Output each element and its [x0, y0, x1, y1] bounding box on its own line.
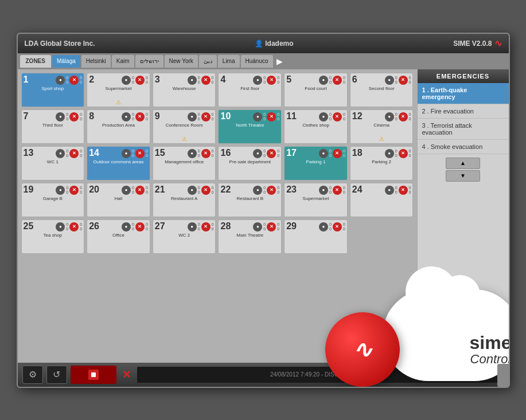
zone-x-btn[interactable]: ✕	[333, 112, 342, 121]
zone-x-btn[interactable]: ✕	[135, 222, 145, 231]
zone-cell-11[interactable]: 11 ● 0 0 ✕ 0 0 Clothes shop	[284, 109, 348, 144]
zone-x-btn[interactable]: ✕	[135, 186, 145, 195]
tab-malaga[interactable]: Málaga	[52, 55, 80, 68]
zone-x-btn[interactable]: ✕	[201, 112, 211, 121]
zone-eye-btn[interactable]: ●	[122, 149, 131, 158]
zone-x-btn[interactable]: ✕	[399, 112, 408, 121]
zone-cell-28[interactable]: 28 ● 0 0 ✕ 0 0 Main Theatre	[218, 219, 282, 254]
zone-cell-5[interactable]: 5 ● 0 0 ✕ 0 0 Food court	[284, 73, 348, 107]
zone-eye-btn[interactable]: ●	[319, 222, 328, 231]
zone-cell-4[interactable]: 4 ● 0 0 ✕ 0 0 First floor	[218, 73, 282, 107]
zone-x-btn[interactable]: ✕	[69, 112, 79, 121]
zone-eye-btn[interactable]: ●	[385, 112, 394, 121]
zone-eye-btn[interactable]: ●	[56, 149, 65, 158]
zone-x-btn[interactable]: ✕	[135, 149, 145, 158]
zone-eye-btn[interactable]: ●	[188, 222, 197, 231]
zone-eye-btn[interactable]: ●	[253, 186, 262, 195]
tabs-next-arrow[interactable]: ▶	[276, 57, 283, 66]
zone-x-btn[interactable]: ✕	[69, 186, 79, 195]
zone-eye-btn[interactable]: ●	[253, 149, 262, 158]
zone-x-btn[interactable]: ✕	[399, 76, 408, 85]
zone-eye-btn[interactable]: ●	[56, 186, 65, 195]
zone-x-btn[interactable]: ✕	[333, 76, 342, 85]
zone-cell-1[interactable]: 1 ● 0 0 ✕ 0 0 Sport shop	[21, 73, 85, 107]
zone-cell-24[interactable]: 24 ● 0 0 ✕ 0 0	[350, 183, 414, 217]
emergency-item-4[interactable]: 4 . Smoke evacuation	[418, 140, 509, 154]
refresh-button[interactable]: ↺	[46, 366, 67, 384]
zone-cell-18[interactable]: 18 ● 0 0 ✕ 0 0 Parking 2	[350, 146, 414, 180]
zone-eye-btn[interactable]: ●	[188, 112, 197, 121]
emergency-item-3[interactable]: 3 . Terrorist attackevacuation	[418, 119, 509, 140]
zone-x-btn[interactable]: ✕	[69, 149, 79, 158]
zone-x-btn[interactable]: ✕	[201, 76, 211, 85]
tab-helsinki[interactable]: Helsinki	[81, 55, 111, 68]
tab-lima[interactable]: Lima	[218, 55, 240, 68]
zone-cell-7[interactable]: 7 ● 0 0 ✕ 0 0 Third floor	[21, 109, 85, 144]
zone-eye-btn[interactable]: ●	[319, 76, 328, 85]
zone-x-btn[interactable]: ✕	[201, 222, 211, 231]
zone-eye-btn[interactable]: ●	[253, 76, 262, 85]
zone-eye-btn[interactable]: ●	[188, 149, 197, 158]
zone-cell-21[interactable]: 21 ● 0 0 ✕ 0 0 Restaurant A	[153, 183, 216, 217]
zone-eye-btn[interactable]: ●	[253, 112, 262, 121]
zone-x-btn[interactable]: ✕	[69, 76, 79, 85]
zone-x-btn[interactable]: ✕	[399, 149, 408, 158]
zone-eye-btn[interactable]: ●	[253, 222, 262, 231]
zone-eye-btn[interactable]: ●	[385, 76, 394, 85]
zone-cell-10[interactable]: 10 ● 0 0 ✕ 0 0 North Theatre	[218, 109, 282, 144]
zone-eye-btn[interactable]: ●	[122, 186, 131, 195]
zone-cell-25[interactable]: 25 ● 0 0 ✕ 0 0 Tea shop	[21, 219, 85, 254]
zone-x-btn[interactable]: ✕	[135, 76, 145, 85]
zone-x-btn[interactable]: ✕	[201, 186, 211, 195]
zone-x-btn[interactable]: ✕	[267, 186, 276, 195]
zone-cell-8[interactable]: 8 ● 0 0 ✕ 0 0 Production Area	[87, 109, 150, 144]
zone-x-btn[interactable]: ✕	[267, 76, 276, 85]
zone-eye-btn[interactable]: ●	[122, 222, 131, 231]
zone-eye-btn[interactable]: ●	[56, 222, 65, 231]
zone-eye-btn[interactable]: ●	[122, 112, 131, 121]
zone-cell-2[interactable]: 2 ● 0 0 ✕ 0 0 Supermarket ⚠	[87, 73, 150, 107]
zone-eye-btn[interactable]: ●	[188, 186, 197, 195]
zone-eye-btn[interactable]: ●	[385, 149, 394, 158]
zone-cell-16[interactable]: 16 ● 0 0 ✕ 0 0 Pre-sale department	[218, 146, 282, 180]
zone-cell-22[interactable]: 22 ● 0 0 ✕ 0 0 Restaurant B	[218, 183, 282, 217]
zone-x-btn[interactable]: ✕	[333, 186, 342, 195]
zone-eye-btn[interactable]: ●	[56, 112, 65, 121]
zone-cell-13[interactable]: 13 ● 0 0 ✕ 0 0 WC 1	[21, 146, 85, 180]
zone-cell-29[interactable]: 29 ● 0 0 ✕ 0 0	[284, 219, 348, 254]
zone-cell-20[interactable]: 20 ● 0 0 ✕ 0 0 Hall	[87, 183, 150, 217]
zone-eye-btn[interactable]: ●	[122, 76, 131, 85]
zone-eye-btn[interactable]: ●	[56, 76, 65, 85]
zone-cell-9[interactable]: 9 ● 0 0 ✕ 0 0 Conference Room ⚠	[153, 109, 216, 144]
zone-x-btn[interactable]: ✕	[267, 112, 276, 121]
zone-x-btn[interactable]: ✕	[333, 222, 342, 231]
zone-cell-12[interactable]: 12 ● 0 0 ✕ 0 0 Cinema ⚠	[350, 109, 414, 144]
zone-x-btn[interactable]: ✕	[267, 222, 276, 231]
tab-newyork[interactable]: New York	[165, 55, 198, 68]
zone-cell-23[interactable]: 23 ● 0 0 ✕ 0 0 Supermarket	[284, 183, 348, 217]
zone-eye-btn[interactable]: ●	[319, 149, 328, 158]
cancel-button[interactable]: ✕	[120, 368, 134, 382]
zone-cell-6[interactable]: 6 ● 0 0 ✕ 0 0 Second floor	[350, 73, 414, 107]
settings-button[interactable]: ⚙	[22, 366, 43, 384]
tab-huanuco[interactable]: Huánuco	[241, 55, 273, 68]
zone-cell-3[interactable]: 3 ● 0 0 ✕ 0 0 Warehouse	[153, 73, 216, 107]
zone-eye-btn[interactable]: ●	[385, 186, 394, 195]
tab-kaim[interactable]: Kaim	[112, 55, 134, 68]
emergency-item-1[interactable]: 1 . Earth-quakeemergency	[418, 83, 509, 104]
zone-x-btn[interactable]: ✕	[399, 186, 408, 195]
tab-dubai[interactable]: دبئ	[199, 55, 217, 68]
zone-cell-15[interactable]: 15 ● 0 0 ✕ 0 0 Management office	[153, 146, 216, 180]
zone-eye-btn[interactable]: ●	[188, 76, 197, 85]
zone-cell-14[interactable]: 14 ● 0 0 ✕ 0 0 Outdoor commons areas	[87, 146, 150, 180]
nav-down-arrow[interactable]: ▼	[446, 170, 480, 182]
zone-cell-27[interactable]: 27 ● 0 0 ✕ 0 0 WC 2	[153, 219, 216, 254]
stop-button[interactable]	[88, 370, 99, 380]
zone-cell-19[interactable]: 19 ● 0 0 ✕ 0 0 Garage B	[21, 183, 85, 217]
zone-cell-17[interactable]: 17 ● 0 0 ✕ 0 0 Parking 1	[284, 146, 348, 180]
zone-x-btn[interactable]: ✕	[333, 149, 342, 158]
zone-x-btn[interactable]: ✕	[135, 112, 145, 121]
zone-cell-26[interactable]: 26 ● 0 0 ✕ 0 0 Office	[87, 219, 150, 254]
zone-eye-btn[interactable]: ●	[319, 186, 328, 195]
zone-x-btn[interactable]: ✕	[201, 149, 211, 158]
